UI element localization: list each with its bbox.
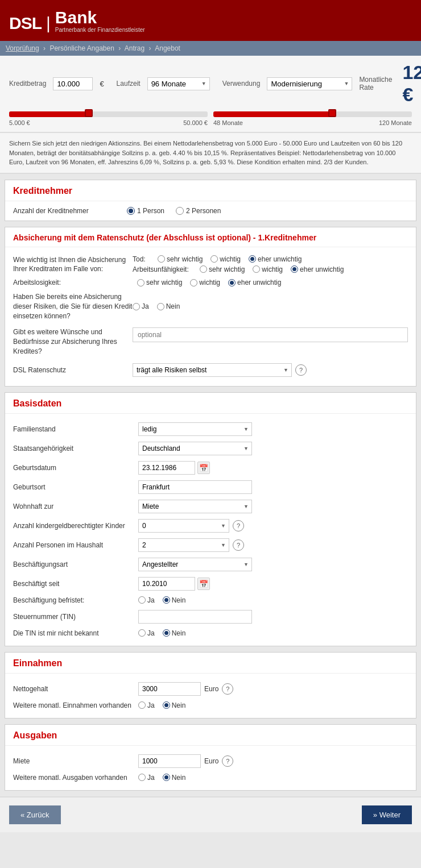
- geburtsort-input[interactable]: [138, 480, 252, 494]
- basisdaten-title: Basisdaten: [5, 393, 416, 414]
- staatsangehoerigkeit-select[interactable]: Deutschland Österreich Schweiz: [138, 442, 252, 455]
- back-button[interactable]: « Zurück: [9, 805, 61, 824]
- beschaeftigungsart-label: Beschäftigungsart: [13, 560, 138, 568]
- optional-input[interactable]: [133, 327, 408, 342]
- nettogehalt-help[interactable]: ?: [222, 683, 233, 695]
- laufzeit-select[interactable]: 96 Monate 48 Monate 60 Monate 72 Monate …: [147, 77, 210, 90]
- familienstand-select[interactable]: ledig verheiratet geschieden verwitwet: [138, 422, 252, 436]
- next-button[interactable]: » Weiter: [362, 805, 412, 824]
- kreditbetrag-input[interactable]: [53, 77, 93, 90]
- anzahl-personen-select[interactable]: 1 2 3 4: [138, 538, 229, 552]
- arbeitsunf-wichtig[interactable]: wichtig: [253, 265, 283, 273]
- tin-row: Die TIN ist mir nicht bekannt Ja Nein: [13, 626, 408, 640]
- nettogehalt-row: Nettogehalt Euro ?: [13, 679, 408, 699]
- nettogehalt-input[interactable]: [138, 682, 201, 696]
- miete-input[interactable]: [138, 754, 201, 768]
- arbeitslosigkeit-label: Arbeitslosigkeit:: [13, 279, 133, 286]
- tin-ja[interactable]: Ja: [138, 629, 155, 637]
- beschaeftigungsart-select-wrapper: Angestellter Selbständiger Beamter Rentn…: [138, 558, 252, 571]
- tod-options-row: Tod: sehr wichtig wichtig eher unwichtig: [133, 255, 408, 263]
- tin-nein[interactable]: Nein: [163, 629, 186, 637]
- wohnhaft-select[interactable]: Miete Eigentum: [138, 500, 252, 513]
- bottom-bar: « Zurück » Weiter: [0, 796, 421, 832]
- tod-sehr-wichtig[interactable]: sehr wichtig: [158, 255, 203, 263]
- arbeitsunf-eher-unwichtig[interactable]: eher unwichtig: [291, 265, 344, 273]
- laufzeit-select-wrapper: 96 Monate 48 Monate 60 Monate 72 Monate …: [147, 77, 210, 90]
- steuernummer-input[interactable]: [138, 610, 252, 624]
- question2-options: Ja Nein: [133, 302, 180, 310]
- header-logo-row: DSL | Bank Partnerbank der Finanzdienstl…: [9, 8, 145, 33]
- kreditnehmer-section: Kreditnehmer Anzahl der Kreditnehmer 1 P…: [5, 180, 416, 221]
- beschaeftigt-seit-input[interactable]: [138, 577, 195, 591]
- breadcrumb: Vorprüfung › Persönliche Angaben › Antra…: [0, 41, 421, 56]
- beschaeftigungsart-select[interactable]: Angestellter Selbständiger Beamter Rentn…: [138, 558, 252, 571]
- weitere-ausgaben-nein[interactable]: Nein: [163, 774, 186, 782]
- laufzeit-slider-thumb[interactable]: [328, 109, 336, 117]
- calendar-icon-geburt[interactable]: 📅: [197, 462, 210, 474]
- radio-1person[interactable]: [127, 207, 135, 215]
- monatliche-rate-value: 124 €: [402, 61, 421, 106]
- verwendung-select[interactable]: Modernisierung Urlaub Auto Umschuldung: [267, 77, 352, 90]
- dsl-ratenschutz-label: DSL Ratenschutz: [13, 366, 133, 374]
- anzahl-kinder-select[interactable]: 0 1 2 3: [138, 519, 229, 533]
- question3-label: Gibt es weitere Wünsche und Bedürfnisse …: [13, 327, 133, 356]
- tod-row: Wie wichtig ist Ihnen die Absicherung Ih…: [13, 253, 408, 277]
- breadcrumb-antrag: Antrag: [125, 44, 145, 52]
- kreditnehmer-1person[interactable]: 1 Person: [127, 207, 164, 215]
- nettogehalt-euro: Euro: [204, 685, 218, 693]
- familienstand-select-wrapper: ledig verheiratet geschieden verwitwet ▼: [138, 422, 252, 436]
- calc-top-row: Kreditbetrag € Laufzeit 96 Monate 48 Mon…: [9, 61, 412, 106]
- weitere-einnahmen-ja[interactable]: Ja: [138, 701, 155, 709]
- kredit-slider-section: 5.000 € 50.000 €: [9, 109, 208, 126]
- kredit-slider-thumb[interactable]: [85, 109, 93, 117]
- calendar-icon-beschaeft[interactable]: 📅: [197, 578, 210, 590]
- tod-eher-unwichtig[interactable]: eher unwichtig: [249, 255, 302, 263]
- kredit-max-label: 50.000 €: [183, 119, 208, 126]
- arbeitsunf-sehr-wichtig[interactable]: sehr wichtig: [200, 265, 245, 273]
- geburtsdatum-row: Geburtsdatum 📅: [13, 458, 408, 477]
- staatsangehoerigkeit-row: Staatsangehörigkeit Deutschland Österrei…: [13, 439, 408, 458]
- info-text: Sichern Sie sich jetzt den niedrigen Akt…: [0, 132, 421, 174]
- arblos-sehr-wichtig[interactable]: sehr wichtig: [137, 279, 182, 286]
- geburtsdatum-input[interactable]: [138, 461, 195, 475]
- befristet-ja[interactable]: Ja: [138, 596, 155, 604]
- steuernummer-label: Steuernummer (TIN): [13, 613, 138, 621]
- dsl-ratenschutz-select[interactable]: trägt alle Risiken selbst Option 2: [133, 363, 292, 377]
- personen-help-btn[interactable]: ?: [233, 539, 244, 551]
- breadcrumb-sep3: ›: [149, 44, 151, 52]
- absicherung-content: Wie wichtig ist Ihnen die Absicherung Ih…: [5, 247, 416, 386]
- geburtsort-row: Geburtsort: [13, 477, 408, 497]
- wohnhaft-select-wrapper: Miete Eigentum ▼: [138, 500, 252, 513]
- breadcrumb-vorpruefung[interactable]: Vorprüfung: [6, 44, 39, 52]
- miete-row: Miete Euro ?: [13, 751, 408, 771]
- miete-label: Miete: [13, 757, 138, 765]
- dsl-ratenschutz-wrapper: trägt alle Risiken selbst Option 2 ▼ ?: [133, 363, 307, 377]
- tod-wichtig[interactable]: wichtig: [210, 255, 241, 263]
- befristet-nein[interactable]: Nein: [163, 596, 186, 604]
- q2-ja[interactable]: Ja: [133, 302, 149, 310]
- befristet-row: Beschäftigung befristet: Ja Nein: [13, 593, 408, 607]
- weitere-ausgaben-ja[interactable]: Ja: [138, 774, 155, 782]
- verwendung-select-wrapper: Modernisierung Urlaub Auto Umschuldung ▼: [267, 77, 352, 90]
- weitere-einnahmen-nein[interactable]: Nein: [163, 701, 186, 709]
- staatsangehoerigkeit-label: Staatsangehörigkeit: [13, 445, 138, 452]
- euro-symbol: €: [100, 80, 104, 88]
- dsl-ratenschutz-row: DSL Ratenschutz trägt alle Risiken selbs…: [13, 360, 408, 380]
- q2-nein[interactable]: Nein: [157, 302, 180, 310]
- question3-input-wrapper: [133, 327, 408, 342]
- nettogehalt-label: Nettogehalt: [13, 685, 138, 693]
- radio-2personen[interactable]: [176, 207, 184, 215]
- anzahl-personen-row: Anzahl Personen im Haushalt 1 2 3 4 ▼ ?: [13, 535, 408, 555]
- ausgaben-section: Ausgaben Miete Euro ? Weitere monatl. Au…: [5, 724, 416, 791]
- arblos-eher-unwichtig[interactable]: eher unwichtig: [228, 279, 281, 286]
- kinder-help-btn[interactable]: ?: [233, 520, 244, 531]
- dsl-help-btn[interactable]: ?: [295, 364, 307, 376]
- dsl-text: DSL: [9, 14, 42, 33]
- anzahl-personen-select-wrapper: 1 2 3 4 ▼: [138, 538, 229, 552]
- laufzeit-label: Laufzeit: [117, 80, 141, 88]
- miete-help[interactable]: ?: [222, 755, 233, 767]
- arbeitsunfaehigkeit-label: Arbeitsunfähigkeit:: [133, 265, 195, 273]
- arblos-wichtig[interactable]: wichtig: [190, 279, 220, 286]
- einnahmen-title: Einnahmen: [5, 653, 416, 674]
- kreditnehmer-2personen[interactable]: 2 Personen: [176, 207, 221, 215]
